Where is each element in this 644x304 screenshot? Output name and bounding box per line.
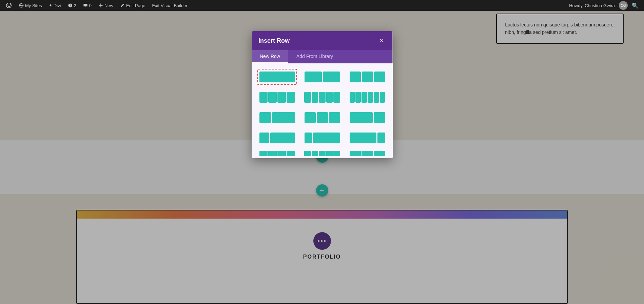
col-block xyxy=(304,72,321,82)
divi-icon: ✦ xyxy=(49,3,52,8)
col-block xyxy=(349,92,355,103)
col-block xyxy=(259,72,295,82)
layout-sidebar-right[interactable] xyxy=(347,130,387,146)
my-sites-btn[interactable]: My Sites xyxy=(16,0,45,11)
col-block xyxy=(333,150,340,157)
exit-vb-label: Exit Visual Builder xyxy=(152,3,188,8)
col-block xyxy=(362,92,367,103)
col-block xyxy=(259,150,268,157)
col-block xyxy=(323,72,340,82)
layout-even-3[interactable] xyxy=(302,109,342,126)
layout-multi-b[interactable] xyxy=(302,150,342,157)
layout-3-col-equal[interactable] xyxy=(347,69,387,85)
col-block xyxy=(311,92,318,103)
layout-center-wide[interactable] xyxy=(302,130,342,146)
revisions-btn[interactable]: 2 xyxy=(65,0,79,11)
col-block xyxy=(355,92,361,103)
layout-3-4-1-4[interactable] xyxy=(347,109,387,126)
tab-add-from-library[interactable]: Add From Library xyxy=(288,50,341,63)
col-block xyxy=(259,133,269,143)
avatar[interactable]: CG xyxy=(619,1,628,10)
page-background: Luctus lectus non quisque turpis bibendu… xyxy=(0,11,644,304)
comments-count: 0 xyxy=(89,3,92,8)
col-block xyxy=(374,72,385,82)
col-block xyxy=(319,92,325,103)
col-block xyxy=(362,72,373,82)
col-block xyxy=(349,133,376,143)
revisions-count: 2 xyxy=(74,3,76,8)
col-block xyxy=(311,150,318,157)
layout-2-col-equal[interactable] xyxy=(302,69,342,85)
modal-close-button[interactable]: × xyxy=(377,37,386,45)
wordpress-icon-btn[interactable] xyxy=(3,0,15,11)
col-block xyxy=(270,133,295,143)
col-block xyxy=(326,92,332,103)
col-block xyxy=(304,92,311,103)
col-block xyxy=(349,112,372,123)
col-block xyxy=(268,92,277,103)
col-block xyxy=(259,92,268,103)
modal-header: Insert Row × xyxy=(252,31,392,50)
new-label: New xyxy=(104,3,113,8)
layout-multi-c[interactable] xyxy=(347,150,387,157)
layout-1-3-2-3[interactable] xyxy=(257,109,297,126)
layout-6-col-equal[interactable] xyxy=(347,89,387,105)
modal-body xyxy=(252,63,392,158)
my-sites-label: My Sites xyxy=(25,3,42,8)
divi-label: Divi xyxy=(54,3,61,8)
exit-vb-btn[interactable]: Exit Visual Builder xyxy=(149,0,190,11)
col-block xyxy=(277,150,286,157)
col-block xyxy=(286,150,295,157)
col-block xyxy=(349,72,360,82)
col-block xyxy=(349,150,361,157)
new-btn[interactable]: New xyxy=(96,0,116,11)
col-block xyxy=(319,150,325,157)
layout-5-col-equal[interactable] xyxy=(302,89,342,105)
comments-btn[interactable]: 0 xyxy=(80,0,94,11)
admin-bar-right: Howdy, Christina Gwira CG 🔍 xyxy=(566,1,641,10)
col-block xyxy=(259,112,271,123)
col-block xyxy=(304,150,311,157)
edit-page-btn[interactable]: Edit Page xyxy=(117,0,148,11)
col-block xyxy=(373,150,385,157)
col-block xyxy=(368,92,373,103)
admin-bar: My Sites ✦ Divi 2 0 New Edit Page Exit V… xyxy=(0,0,644,11)
col-block xyxy=(268,150,277,157)
col-block xyxy=(333,92,340,103)
layout-1-col[interactable] xyxy=(257,69,297,85)
col-block xyxy=(379,92,385,103)
modal-tabs: New Row Add From Library xyxy=(252,50,392,63)
row-layout-grid xyxy=(257,69,387,157)
col-block xyxy=(373,112,385,123)
col-block xyxy=(316,112,328,123)
insert-row-modal: Insert Row × New Row Add From Library xyxy=(252,31,392,158)
col-block xyxy=(313,133,340,143)
col-block xyxy=(373,92,379,103)
col-block xyxy=(286,92,295,103)
search-icon[interactable]: 🔍 xyxy=(629,2,641,9)
howdy-text: Howdy, Christina Gwira xyxy=(566,3,618,8)
col-block xyxy=(304,112,315,123)
layout-sidebar-left[interactable] xyxy=(257,130,297,146)
edit-page-label: Edit Page xyxy=(126,3,145,8)
modal-title: Insert Row xyxy=(258,37,290,44)
tab-new-row[interactable]: New Row xyxy=(252,50,288,63)
col-block xyxy=(377,133,385,143)
col-block xyxy=(362,150,373,157)
col-block xyxy=(329,112,340,123)
col-block xyxy=(272,112,295,123)
col-block xyxy=(326,150,332,157)
divi-btn[interactable]: ✦ Divi xyxy=(46,0,64,11)
layout-multi-a[interactable] xyxy=(257,150,297,157)
col-block xyxy=(277,92,286,103)
layout-4-col-equal[interactable] xyxy=(257,89,297,105)
col-block xyxy=(304,133,312,143)
